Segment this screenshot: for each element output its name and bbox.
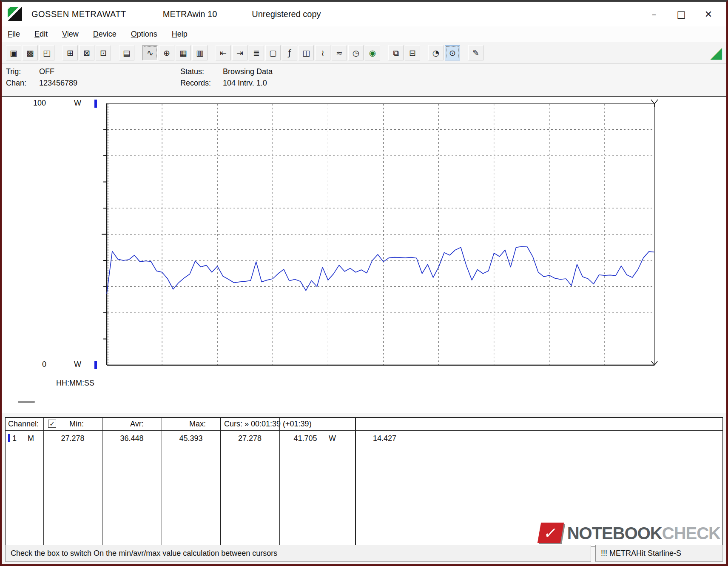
timeline-icon: ≣ bbox=[253, 49, 260, 57]
stopwatch-icon: ◉ bbox=[369, 49, 376, 57]
status-value: Browsing Data bbox=[223, 67, 273, 76]
annotation-button[interactable]: ✎ bbox=[468, 45, 483, 60]
values-panel-header: Channel: Min: Avr: Max: Curs: » 00:01:39… bbox=[6, 418, 722, 431]
bar-chart-view-icon: ▥ bbox=[196, 49, 204, 57]
statusbar-message: Check the box to switch On the min/avr/m… bbox=[11, 549, 277, 558]
print-preview-icon: ⧉ bbox=[393, 49, 399, 57]
statusbar-message-cell: Check the box to switch On the min/avr/m… bbox=[5, 545, 591, 562]
menu-bar: File Edit View Device Options Help bbox=[2, 26, 726, 42]
menu-file[interactable]: File bbox=[8, 30, 20, 39]
y-axis-max-label: 100 bbox=[33, 99, 46, 108]
monitor-button[interactable]: ▢ bbox=[265, 45, 281, 60]
minimize-button[interactable]: – bbox=[640, 5, 668, 23]
notebookcheck-watermark: ✓ NOTEBOOKCHECK bbox=[537, 521, 720, 546]
title-license: Unregistered copy bbox=[252, 9, 321, 19]
watermark-text-notebook: NOTEBOOK bbox=[567, 524, 662, 543]
min-value: 27.278 bbox=[43, 434, 102, 443]
y-axis-unit-bottom: W bbox=[74, 360, 81, 369]
channel-marker-bottom bbox=[94, 361, 97, 369]
notebookcheck-check-icon: ✓ bbox=[537, 523, 563, 543]
timeline-button[interactable]: ≣ bbox=[249, 45, 264, 60]
chan-label: Chan: bbox=[6, 79, 33, 88]
device-receive-icon: ⇤ bbox=[220, 49, 227, 57]
menu-help[interactable]: Help bbox=[172, 30, 188, 39]
notebookcheck-logo-icon: ✓ bbox=[537, 521, 565, 546]
records-label: Records: bbox=[180, 79, 217, 88]
chart-marker-line bbox=[654, 361, 657, 365]
zoom-time-button[interactable]: ◔ bbox=[428, 45, 444, 60]
open-button[interactable]: ◰ bbox=[39, 45, 54, 60]
zoom-time-icon: ◔ bbox=[432, 49, 440, 57]
formula-button[interactable]: ƒ bbox=[282, 45, 297, 60]
print-button[interactable]: ⊟ bbox=[405, 45, 420, 60]
green-triangle-indicator: ◢ bbox=[710, 47, 722, 59]
menu-edit[interactable]: Edit bbox=[34, 30, 48, 39]
monitor-icon: ▢ bbox=[269, 49, 277, 57]
channel-unit: M bbox=[28, 434, 40, 443]
menu-options[interactable]: Options bbox=[131, 30, 157, 39]
print-icon: ⊟ bbox=[409, 49, 416, 57]
save-button[interactable]: ▣ bbox=[6, 45, 21, 60]
export-device-1-button[interactable]: ⊞ bbox=[63, 45, 78, 60]
max-value: 45.393 bbox=[162, 434, 220, 443]
power-chart-plot[interactable] bbox=[102, 102, 660, 368]
waveform-button[interactable]: ≀ bbox=[315, 45, 330, 60]
bar-chart-view-button[interactable]: ▥ bbox=[192, 45, 208, 60]
metrawin-window: { "window": { "brand": "GOSSEN METRAWATT… bbox=[0, 0, 728, 566]
cursor1-value: 27.278 bbox=[220, 434, 279, 443]
menu-view[interactable]: View bbox=[62, 30, 79, 39]
line-chart-view-button[interactable]: ∿ bbox=[142, 45, 158, 60]
chart-marker-line bbox=[651, 361, 654, 365]
menu-device[interactable]: Device bbox=[93, 30, 117, 39]
export-device-2-button[interactable]: ⊠ bbox=[79, 45, 94, 60]
maximize-button[interactable]: □ bbox=[668, 5, 695, 23]
clock-sync-button[interactable]: ◷ bbox=[348, 45, 364, 60]
close-button[interactable]: ✕ bbox=[695, 5, 722, 23]
zoom-button[interactable]: ⊙ bbox=[445, 45, 460, 60]
trigger-channel-info: Trig: OFF Chan: 123456789 bbox=[6, 67, 180, 96]
cursor2-value: 41.705 bbox=[286, 434, 324, 443]
minavrmax-checkbox[interactable]: ✓ bbox=[48, 420, 56, 428]
avr-value: 36.448 bbox=[102, 434, 162, 443]
numeric-display-icon: ▤ bbox=[123, 49, 131, 57]
trig-value: OFF bbox=[39, 67, 180, 76]
trig-label: Trig: bbox=[6, 67, 33, 76]
save-as-button[interactable]: ▩ bbox=[23, 45, 38, 60]
title-app-name: METRAwin 10 bbox=[163, 9, 217, 19]
crosshair-cursor-button[interactable]: ⊕ bbox=[159, 45, 174, 60]
export-device-3-icon: ⊡ bbox=[100, 49, 107, 57]
avr-column-header: Avr: bbox=[130, 420, 144, 429]
recording-status-info: Status: Browsing Data Records: 104 Intrv… bbox=[180, 67, 273, 96]
watermark-text-check: CHECK bbox=[662, 524, 720, 543]
envelope-button[interactable]: ≈ bbox=[332, 45, 347, 60]
crosshair-cursor-icon: ⊕ bbox=[163, 49, 170, 57]
records-intrv-value: 104 Intrv. 1.0 bbox=[223, 79, 273, 88]
numeric-display-button[interactable]: ▤ bbox=[119, 45, 134, 60]
device-display-button[interactable]: ◫ bbox=[299, 45, 314, 60]
min-column-header: Min: bbox=[69, 420, 84, 429]
print-preview-button[interactable]: ⧉ bbox=[388, 45, 404, 60]
cursor-delta-value: 14.427 bbox=[373, 434, 424, 443]
chart-marker-line bbox=[654, 100, 658, 104]
export-device-3-button[interactable]: ⊡ bbox=[96, 45, 111, 60]
table-view-button[interactable]: ▦ bbox=[176, 45, 191, 60]
max-column-header: Max: bbox=[189, 420, 206, 429]
save-icon: ▣ bbox=[10, 49, 17, 57]
zoom-icon: ⊙ bbox=[449, 49, 456, 57]
acquisition-status-panel: Trig: OFF Chan: 123456789 Status: Browsi… bbox=[2, 64, 726, 96]
y-axis-unit-top: W bbox=[74, 99, 81, 108]
line-chart-view-icon: ∿ bbox=[147, 49, 154, 57]
waveform-icon: ≀ bbox=[321, 49, 324, 57]
device-send-button[interactable]: ⇥ bbox=[232, 45, 247, 60]
device-send-icon: ⇥ bbox=[236, 49, 243, 57]
device-receive-button[interactable]: ⇤ bbox=[216, 45, 231, 60]
app-logo-icon bbox=[8, 7, 22, 21]
statusbar-device-cell: !!! METRAHit Starline-S bbox=[595, 545, 723, 562]
export-device-1-icon: ⊞ bbox=[67, 49, 74, 57]
statusbar-device: !!! METRAHit Starline-S bbox=[601, 549, 681, 558]
column-divider-heavy bbox=[355, 418, 356, 546]
cursor-column-header: Curs: » 00:01:39 (+01:39) bbox=[224, 420, 312, 429]
chart-h-scrollbar-thumb[interactable] bbox=[18, 401, 35, 403]
stopwatch-button[interactable]: ◉ bbox=[365, 45, 380, 60]
title-bar: GOSSEN METRAWATT METRAwin 10 Unregistere… bbox=[2, 2, 726, 26]
